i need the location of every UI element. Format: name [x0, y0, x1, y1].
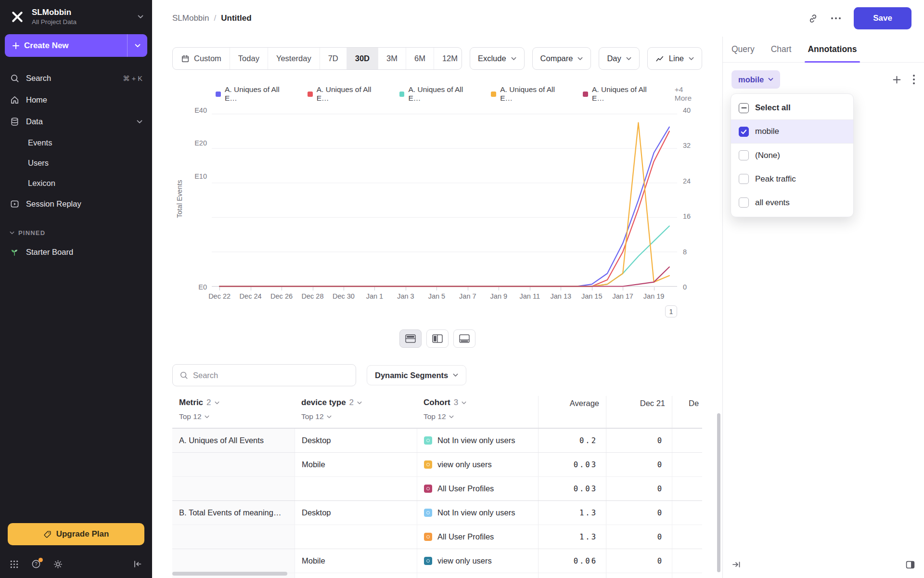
legend-more[interactable]: +4 More [675, 85, 702, 103]
view-toggle-bottom-dock[interactable] [453, 329, 475, 348]
metric-top-filter[interactable]: Top 12 [179, 412, 288, 421]
cohort-top-filter[interactable]: Top 12 [424, 412, 531, 421]
chart-area: Total Events E40E20E10E0 Dec 22Dec 24Dec… [172, 110, 702, 287]
annotation-option-none[interactable]: (None) [731, 144, 853, 167]
annotation-filter-chip[interactable]: mobile [732, 70, 780, 89]
sidebar-item-session-replay[interactable]: Session Replay [0, 193, 152, 215]
help-icon[interactable]: ? [31, 559, 41, 569]
workspace-switcher[interactable]: SLMobbin All Project Data [0, 0, 152, 32]
sidebar-item-data[interactable]: Data [0, 111, 152, 132]
sidebar-item-search[interactable]: Search ⌘ + K [0, 67, 152, 89]
x-axis-tick [468, 287, 468, 290]
annotation-option-peak-traffic[interactable]: Peak traffic [731, 167, 853, 191]
granularity-dropdown[interactable]: Day [599, 47, 639, 70]
date-range-30d[interactable]: 30D [346, 48, 378, 69]
annotation-option-mobile[interactable]: mobile [731, 120, 853, 144]
toggle-side-panel-button[interactable] [905, 560, 915, 570]
x-axis-label: Jan 7 [459, 292, 476, 300]
table-row[interactable]: All User Profiles0.030 [172, 476, 702, 500]
sidebar-spacer [0, 263, 152, 523]
pinned-section-header[interactable]: PINNED [0, 215, 152, 241]
table-row[interactable]: A. Uniques of All EventsDesktopNot In vi… [172, 428, 702, 452]
gear-icon[interactable] [53, 560, 63, 569]
sidebar-item-users[interactable]: Users [0, 153, 152, 173]
legend-item[interactable]: A. Uniques of All E… [308, 85, 386, 103]
checkbox[interactable] [739, 150, 749, 160]
more-options-button[interactable] [831, 17, 841, 20]
dec22-partial-cell [672, 501, 702, 525]
view-toggle-split-vertical[interactable] [426, 329, 449, 348]
breadcrumb-project[interactable]: SLMobbin [172, 13, 209, 23]
line-chart-plot[interactable]: Dec 22Dec 24Dec 26Dec 28Dec 30Jan 1Jan 3… [212, 110, 677, 287]
share-link-button[interactable] [808, 13, 818, 24]
compare-dropdown[interactable]: Compare [532, 47, 591, 70]
column-header-device-type[interactable]: device type2 Top 12 [295, 396, 417, 428]
sidebar-item-starter-board[interactable]: Starter Board [0, 241, 152, 263]
table-row[interactable]: Mobileview only users0.030 [172, 452, 702, 476]
sidebar-item-lexicon[interactable]: Lexicon [0, 173, 152, 193]
date-range-7d[interactable]: 7D [320, 48, 346, 69]
column-header-cohort[interactable]: Cohort3 Top 12 [417, 396, 538, 428]
checkbox[interactable] [739, 127, 749, 137]
collapse-sidebar-icon[interactable] [133, 559, 142, 569]
x-axis-tick [313, 287, 313, 290]
legend-item[interactable]: A. Uniques of All E… [491, 85, 569, 103]
date-range-6m[interactable]: 6M [406, 48, 434, 69]
tab-annotations[interactable]: Annotations [808, 37, 857, 62]
upgrade-plan-button[interactable]: Upgrade Plan [8, 523, 144, 545]
tab-query[interactable]: Query [732, 37, 755, 62]
table-vertical-scrollbar[interactable] [717, 413, 720, 572]
legend-item[interactable]: A. Uniques of All E… [399, 85, 478, 103]
select-all-option[interactable]: Select all [731, 96, 853, 120]
checkbox[interactable] [739, 197, 749, 208]
table-search-input[interactable] [193, 371, 349, 380]
date-range-3m[interactable]: 3M [378, 48, 406, 69]
tab-chart[interactable]: Chart [771, 37, 792, 62]
table-row[interactable]: All User Profiles1.30 [172, 525, 702, 549]
device-top-filter[interactable]: Top 12 [301, 412, 410, 421]
save-button[interactable]: Save [854, 7, 911, 29]
column-header-metric[interactable]: Metric2 Top 12 [172, 396, 295, 428]
x-axis-label: Jan 1 [366, 292, 383, 300]
dynamic-segments-dropdown[interactable]: Dynamic Segments [367, 365, 466, 385]
apps-grid-icon[interactable] [10, 560, 19, 569]
add-annotation-button[interactable] [893, 76, 901, 84]
skip-to-end-button[interactable] [732, 560, 741, 569]
date-range-today[interactable]: Today [230, 48, 268, 69]
legend-item[interactable]: A. Uniques of All E… [216, 85, 294, 103]
checkbox[interactable] [739, 174, 749, 184]
date-range-label: 7D [328, 54, 338, 63]
cohort-cell: All User Profiles [417, 525, 538, 549]
sidebar-item-events[interactable]: Events [0, 132, 152, 153]
table-search[interactable] [172, 364, 356, 386]
table-row[interactable]: Mobileview only users0.060 [172, 549, 702, 573]
create-new-chevron[interactable] [127, 34, 147, 57]
annotation-option-all-events[interactable]: all events [731, 191, 853, 214]
cohort-label: Not In view only users [437, 508, 515, 517]
create-new-button[interactable]: Create New [5, 34, 147, 57]
date-range-custom[interactable]: Custom [173, 48, 230, 69]
chart-type-dropdown[interactable]: Line [647, 47, 702, 70]
date-range-12m[interactable]: 12M [434, 48, 462, 69]
chart-toolbar: CustomTodayYesterday7D30D3M6M12M Exclude… [172, 47, 702, 70]
legend-item[interactable]: A. Uniques of All E… [583, 85, 661, 103]
breadcrumb: SLMobbin / Untitled [172, 13, 252, 23]
select-all-checkbox[interactable] [739, 103, 749, 113]
x-axis-tick [530, 287, 530, 290]
exclude-dropdown[interactable]: Exclude [470, 47, 525, 70]
view-toggle-split-horizontal[interactable] [399, 329, 422, 348]
legend-page-indicator[interactable]: 1 [665, 305, 677, 317]
annotation-menu-button[interactable] [912, 74, 915, 85]
panel-tabs: QueryChartAnnotations [723, 37, 924, 63]
sidebar-item-home[interactable]: Home [0, 89, 152, 111]
breadcrumb-current[interactable]: Untitled [221, 13, 251, 23]
table-horizontal-scrollbar[interactable] [172, 572, 287, 576]
line-chart-canvas[interactable] [212, 110, 677, 287]
date-range-yesterday[interactable]: Yesterday [268, 48, 320, 69]
y-axis-label: 8 [683, 248, 687, 256]
table-row[interactable]: B. Total Events of meaning…DesktopNot In… [172, 500, 702, 525]
y-axis-label: 16 [683, 212, 691, 220]
x-axis-tick [406, 287, 406, 290]
annotation-option-label: all events [755, 198, 790, 208]
data-expand-chevron[interactable] [137, 120, 142, 124]
